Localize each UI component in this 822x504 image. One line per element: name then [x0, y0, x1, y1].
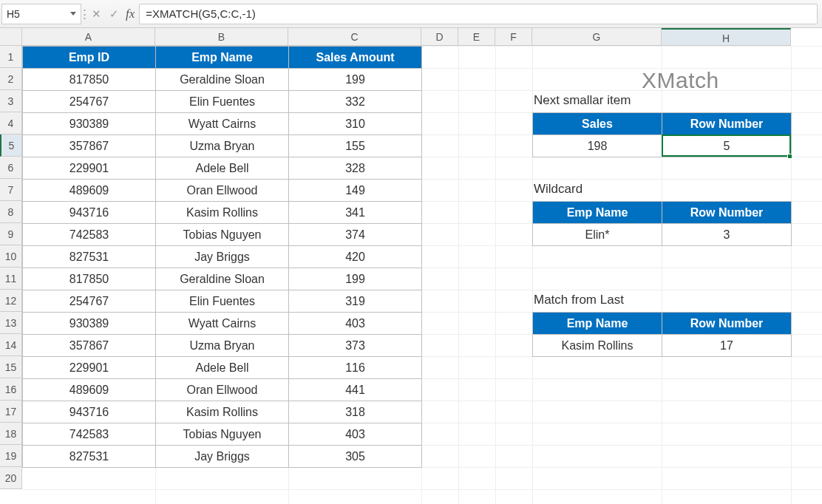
cell[interactable]: 199	[289, 268, 422, 290]
cell[interactable]: Jay Briggs	[156, 246, 289, 268]
row-header-3[interactable]: 3	[0, 90, 22, 112]
cell[interactable]: 930389	[23, 313, 156, 335]
cell[interactable]: Wyatt Cairns	[156, 113, 289, 135]
row-header-16[interactable]: 16	[0, 378, 22, 401]
row-header-20[interactable]: 20	[0, 467, 22, 489]
cell[interactable]: 357867	[23, 335, 156, 357]
cell[interactable]: 254767	[23, 290, 156, 313]
match-last-table[interactable]: Emp Name Row Number Kasim Rollins 17	[532, 312, 792, 357]
cell[interactable]: 420	[289, 246, 422, 268]
row-header-11[interactable]: 11	[0, 268, 22, 290]
cell[interactable]: Geraldine Sloan	[156, 268, 289, 290]
cell[interactable]: 357867	[23, 135, 156, 157]
table-row[interactable]: 254767Elin Fuentes332	[23, 91, 422, 113]
col-header-D[interactable]: D	[421, 28, 458, 46]
cell[interactable]: Kasim Rollins	[156, 202, 289, 224]
wildcard-table[interactable]: Emp Name Row Number Elin* 3	[532, 201, 792, 246]
cell[interactable]: 319	[289, 290, 422, 313]
table-row[interactable]: 229901Adele Bell116	[23, 357, 422, 379]
table-row[interactable]: 742583Tobias Nguyen403	[23, 423, 422, 446]
cell[interactable]: Adele Bell	[156, 357, 289, 379]
cell[interactable]: 305	[289, 446, 422, 468]
cell[interactable]: 441	[289, 379, 422, 401]
cell-h14[interactable]: 17	[662, 335, 792, 357]
cell-h5[interactable]: 5	[662, 135, 792, 157]
row-header-8[interactable]: 8	[0, 201, 22, 223]
table-row[interactable]: 254767Elin Fuentes319	[23, 290, 422, 313]
select-all-corner[interactable]	[0, 28, 22, 46]
col-header-H[interactable]: H	[662, 28, 791, 46]
table-row[interactable]: 229901Adele Bell328	[23, 157, 422, 180]
cell[interactable]: Tobias Nguyen	[156, 423, 289, 446]
formula-input[interactable]: =XMATCH(G5,C:C,-1)	[139, 4, 818, 24]
cell[interactable]: 817850	[23, 69, 156, 91]
cell[interactable]: 332	[289, 91, 422, 113]
row-header-7[interactable]: 7	[0, 179, 22, 201]
row-header-19[interactable]: 19	[0, 445, 22, 467]
col-header-A[interactable]: A	[22, 28, 155, 46]
cell[interactable]: 943716	[23, 202, 156, 224]
table-row[interactable]: 489609Oran Ellwood149	[23, 180, 422, 202]
cell[interactable]: Elin Fuentes	[156, 290, 289, 313]
cancel-formula-icon[interactable]: ✕	[87, 7, 105, 21]
insert-function-icon[interactable]: fx	[123, 7, 139, 21]
cell[interactable]: 310	[289, 113, 422, 135]
row-header-13[interactable]: 13	[0, 312, 22, 334]
cell[interactable]: 827531	[23, 246, 156, 268]
cell[interactable]: 116	[289, 357, 422, 379]
enter-formula-icon[interactable]: ✓	[105, 7, 123, 21]
cell[interactable]: 742583	[23, 224, 156, 246]
next-smaller-table[interactable]: Sales Row Number 198 5	[532, 112, 792, 157]
cell[interactable]: 318	[289, 401, 422, 423]
cell[interactable]: 930389	[23, 113, 156, 135]
cell[interactable]: 943716	[23, 401, 156, 423]
cell[interactable]: 229901	[23, 157, 156, 180]
cell[interactable]: Oran Ellwood	[156, 379, 289, 401]
cell[interactable]: Jay Briggs	[156, 446, 289, 468]
chevron-down-icon[interactable]	[70, 12, 76, 16]
cell[interactable]: 817850	[23, 268, 156, 290]
col-header-E[interactable]: E	[458, 28, 495, 46]
name-box[interactable]: H5	[1, 4, 81, 24]
table-row[interactable]: 742583Tobias Nguyen374	[23, 224, 422, 246]
row-header-14[interactable]: 14	[0, 334, 22, 356]
row-header-10[interactable]: 10	[0, 245, 22, 268]
col-header-C[interactable]: C	[288, 28, 421, 46]
row-header-4[interactable]: 4	[0, 112, 22, 134]
table-row[interactable]: 817850Geraldine Sloan199	[23, 268, 422, 290]
table-row[interactable]: 930389Wyatt Cairns403	[23, 313, 422, 335]
cell[interactable]: Uzma Bryan	[156, 335, 289, 357]
table-row[interactable]: 827531Jay Briggs305	[23, 446, 422, 468]
table-row[interactable]: 357867Uzma Bryan155	[23, 135, 422, 157]
cell-h9[interactable]: 3	[662, 224, 792, 246]
cell[interactable]: 254767	[23, 91, 156, 113]
cell-g9[interactable]: Elin*	[533, 224, 662, 246]
cell[interactable]: Elin Fuentes	[156, 91, 289, 113]
cell[interactable]: 328	[289, 157, 422, 180]
cell[interactable]: 827531	[23, 446, 156, 468]
cell[interactable]: 199	[289, 69, 422, 91]
col-header-B[interactable]: B	[155, 28, 288, 46]
employee-table[interactable]: Emp IDEmp NameSales Amount 817850Geraldi…	[22, 46, 422, 468]
cell[interactable]: Wyatt Cairns	[156, 313, 289, 335]
fill-handle[interactable]	[787, 154, 792, 159]
table-row[interactable]: 943716Kasim Rollins341	[23, 202, 422, 224]
table-row[interactable]: 943716Kasim Rollins318	[23, 401, 422, 423]
row-header-17[interactable]: 17	[0, 401, 22, 423]
cell-g5[interactable]: 198	[533, 135, 662, 157]
cell[interactable]: 155	[289, 135, 422, 157]
table-row[interactable]: 827531Jay Briggs420	[23, 246, 422, 268]
row-header-1[interactable]: 1	[0, 46, 22, 68]
col-header-F[interactable]: F	[495, 28, 532, 46]
table-row[interactable]: 357867Uzma Bryan373	[23, 335, 422, 357]
row-header-6[interactable]: 6	[0, 157, 22, 179]
cell[interactable]: Geraldine Sloan	[156, 69, 289, 91]
cell[interactable]: 489609	[23, 180, 156, 202]
cell[interactable]: Oran Ellwood	[156, 180, 289, 202]
cell[interactable]: 149	[289, 180, 422, 202]
table-row[interactable]: 817850Geraldine Sloan199	[23, 69, 422, 91]
cell-g14[interactable]: Kasim Rollins	[533, 335, 662, 357]
row-header-2[interactable]: 2	[0, 68, 22, 90]
cell[interactable]: Kasim Rollins	[156, 401, 289, 423]
cell[interactable]: 742583	[23, 423, 156, 446]
